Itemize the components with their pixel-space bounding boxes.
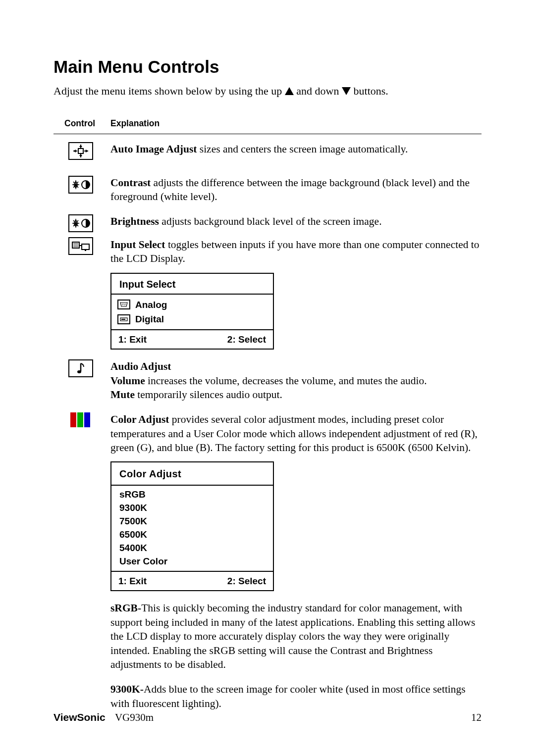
footer-model: VG930m	[115, 711, 154, 723]
osd-input-opt2-label: Digital	[135, 313, 164, 325]
volume-desc: increases the volume, decreases the volu…	[145, 375, 427, 387]
osd-color-title: Color Adjust	[111, 462, 273, 484]
osd-color-opt-0: sRGB	[119, 488, 265, 501]
osd-input-foot-right: 2: Select	[227, 333, 266, 346]
input-desc: toggles between inputs if you have more …	[110, 239, 480, 264]
intro-a: Adjust the menu items shown below by usi…	[54, 85, 285, 97]
svg-point-25	[77, 370, 81, 373]
footer-brand: ViewSonic	[54, 711, 106, 723]
osd-color-opt-1: 9300K	[119, 501, 265, 514]
header-explanation: Explanation	[110, 118, 160, 129]
svg-rect-4	[78, 149, 83, 153]
volume-term: Volume	[110, 375, 145, 387]
osd-input-opt-analog: Analog	[117, 298, 267, 312]
svg-marker-8	[86, 150, 88, 152]
down-triangle-icon	[342, 87, 351, 95]
table-header: Control Explanation	[54, 118, 482, 134]
svg-point-21	[122, 305, 123, 306]
srgb-term: sRGB-	[110, 602, 141, 614]
osd-input-opt1-label: Analog	[135, 299, 167, 311]
contrast-desc: adjusts the difference between the image…	[110, 177, 470, 202]
svg-rect-15	[82, 244, 89, 250]
osd-color-foot-right: 2: Select	[227, 575, 266, 587]
audio-term: Audio Adjust	[110, 360, 171, 372]
mute-desc: temporarily silences audio output.	[135, 389, 282, 401]
osd-input-opt-digital: Digital	[117, 312, 267, 326]
entry-color-adjust: Color Adjust provides several color adju…	[54, 412, 482, 721]
osd-color-opt-3: 6500K	[119, 528, 265, 541]
osd-input-title: Input Select	[111, 274, 273, 294]
entry-brightness: Brightness adjusts background black leve…	[54, 214, 482, 352]
intro-text: Adjust the menu items shown below by usi…	[54, 84, 482, 99]
srgb-desc: This is quickly becoming the industry st…	[110, 602, 475, 670]
svg-point-20	[125, 304, 126, 305]
intro-c: buttons.	[351, 85, 388, 97]
auto-term: Auto Image Adjust	[110, 143, 197, 155]
dvi-icon	[117, 314, 130, 324]
mute-term: Mute	[110, 389, 135, 401]
svg-marker-7	[73, 150, 76, 152]
svg-rect-24	[121, 319, 125, 320]
osd-color-opt-4: 5400K	[119, 541, 265, 554]
osd-color-opt-5: User Color	[119, 554, 265, 568]
osd-input-foot-left: 1: Exit	[118, 333, 147, 346]
svg-point-22	[124, 305, 125, 306]
svg-point-19	[123, 304, 124, 305]
osd-color-foot-left: 1: Exit	[118, 575, 147, 587]
entry-auto-image-adjust: Auto Image Adjust sizes and centers the …	[54, 142, 482, 165]
brightness-term: Brightness	[110, 215, 159, 227]
auto-image-adjust-icon	[68, 142, 93, 160]
page-title: Main Menu Controls	[54, 57, 482, 77]
svg-point-18	[122, 304, 123, 305]
svg-rect-16	[85, 250, 86, 251]
up-triangle-icon	[285, 87, 294, 95]
k9300-desc: Adds blue to the screen image for cooler…	[110, 683, 466, 709]
color-adjust-icon	[70, 412, 91, 427]
auto-desc: sizes and centers the screen image autom…	[197, 143, 408, 155]
vga-icon	[117, 300, 130, 309]
input-term: Input Select	[110, 239, 165, 251]
k9300-term: 9300K-	[110, 683, 144, 695]
entry-audio-adjust: Audio Adjust Volume increases the volume…	[54, 359, 482, 402]
input-select-icon	[68, 237, 93, 255]
svg-marker-6	[79, 155, 82, 157]
color-term: Color Adjust	[110, 413, 169, 425]
osd-color-adjust: Color Adjust sRGB 9300K 7500K 6500K 5400…	[110, 461, 274, 591]
contrast-term: Contrast	[110, 177, 151, 189]
page-footer: ViewSonic VG930m 12	[54, 711, 482, 724]
osd-color-opt-2: 7500K	[119, 514, 265, 528]
intro-b: and down	[294, 85, 342, 97]
audio-adjust-icon	[68, 359, 93, 377]
footer-page-number: 12	[471, 711, 482, 724]
svg-marker-5	[79, 145, 82, 147]
contrast-icon	[68, 176, 93, 194]
brightness-desc: adjusts background black level of the sc…	[159, 215, 382, 227]
entry-contrast: Contrast adjusts the difference between …	[54, 176, 482, 204]
osd-input-select: Input Select Analog Digital 1: Exit 2: S…	[110, 273, 274, 350]
brightness-icon	[68, 214, 93, 232]
header-control: Control	[64, 118, 110, 129]
